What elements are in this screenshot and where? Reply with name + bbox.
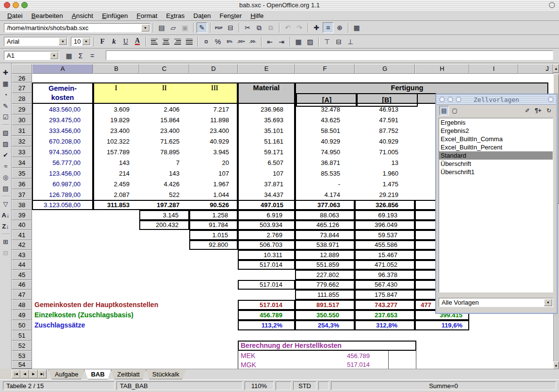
menu-einfgen[interactable]: Einfügen xyxy=(98,12,132,20)
print-icon[interactable]: ⊟ xyxy=(225,22,236,33)
row-header-35[interactable]: 35 xyxy=(12,168,32,179)
align-left-icon[interactable] xyxy=(149,36,160,47)
cell-B32[interactable]: 102.322 xyxy=(93,136,139,147)
cell-G43[interactable]: 15.467 xyxy=(355,250,415,260)
cell-G46[interactable]: 567.430 xyxy=(355,280,415,290)
cell-E48[interactable]: 517.014 xyxy=(238,300,295,310)
column-header-C[interactable]: C xyxy=(139,64,189,74)
cell-E42[interactable]: 506.703 xyxy=(238,240,295,250)
cell-F39[interactable]: 88.063 xyxy=(295,210,355,220)
bold-icon[interactable]: F xyxy=(97,36,108,47)
cell-B29[interactable]: 3.609 xyxy=(93,104,139,114)
cell-A34[interactable]: 56.777,00 xyxy=(32,157,93,168)
row-header-28[interactable]: 28 xyxy=(12,93,32,104)
cell-D29[interactable]: 7.217 xyxy=(189,104,238,114)
cell-E53[interactable]: MEK xyxy=(238,351,295,361)
cell-A49[interactable]: Einzelkosten (Zuschlagsbasis) xyxy=(32,310,238,320)
previous-sheet-icon[interactable]: ◀ xyxy=(20,370,29,378)
cell-G32[interactable]: 40.929 xyxy=(355,136,415,147)
cell-F31[interactable]: 58.501 xyxy=(295,125,355,136)
column-header-D[interactable]: D xyxy=(189,64,238,74)
cell-G49[interactable]: 237.653 xyxy=(355,310,415,320)
cell-F36[interactable]: - xyxy=(295,179,355,189)
cell-G39[interactable]: 69.193 xyxy=(355,210,415,220)
cell-G45[interactable]: 96.378 xyxy=(355,270,415,280)
cell-D41[interactable]: 1.015 xyxy=(189,230,238,240)
borders-icon[interactable]: ▦ xyxy=(293,36,304,47)
row-header-43[interactable]: 43 xyxy=(12,250,32,260)
row-header-47[interactable]: 47 xyxy=(12,290,32,300)
menu-format[interactable]: Format xyxy=(132,12,162,20)
menu-hilfe[interactable]: Hilfe xyxy=(246,12,268,20)
cell-F29[interactable]: 32.478 xyxy=(295,104,355,114)
select-all-corner[interactable] xyxy=(12,64,32,74)
cell-F49[interactable]: 350.550 xyxy=(295,310,355,320)
autoformat-icon[interactable]: ▧ xyxy=(1,128,11,138)
cell-G30[interactable]: 47.591 xyxy=(355,114,415,125)
status-zoom[interactable]: 110% xyxy=(245,381,274,390)
row-header-38[interactable]: 38 xyxy=(12,200,32,210)
stylist-icon[interactable]: ≡ xyxy=(323,22,333,33)
number-format-standard-icon[interactable]: $% xyxy=(224,36,235,47)
cell-F30[interactable]: 43.625 xyxy=(295,114,355,125)
cell-F53[interactable]: 456.789 xyxy=(295,351,375,361)
cell-D38[interactable]: 90.526 xyxy=(189,200,238,210)
row-header-44[interactable]: 44 xyxy=(12,260,32,270)
new-document-icon[interactable]: ▤ xyxy=(156,22,167,33)
align-right-icon[interactable] xyxy=(172,36,183,47)
row-header-46[interactable]: 46 xyxy=(12,280,32,290)
sheet-tab-aufgabe[interactable]: Aufgabe xyxy=(49,370,84,379)
status-selection-mode[interactable]: STD xyxy=(293,381,316,390)
cell-G40[interactable]: 396.049 xyxy=(355,220,415,230)
row-header-52[interactable]: 52 xyxy=(12,341,32,351)
insert-cells-icon[interactable]: ▦ xyxy=(1,79,11,89)
header-gemeinkosten-cell[interactable]: Gemein- kosten xyxy=(32,82,93,104)
align-bottom-icon[interactable]: ⊥ xyxy=(345,36,356,47)
cell-G42[interactable]: 455.586 xyxy=(355,240,415,250)
font-name-combo[interactable]: Arial ▼ xyxy=(4,37,68,46)
cell-A30[interactable]: 293.475,00 xyxy=(32,114,93,125)
cell-D37[interactable]: 1.044 xyxy=(189,189,238,200)
style-item-excel_builtin_comma[interactable]: Excel_BuiltIn_Comma xyxy=(439,135,553,143)
style-item-ergebnis2[interactable]: Ergebnis2 xyxy=(439,127,553,135)
sheet-tab-bab[interactable]: BAB xyxy=(84,370,111,379)
cell-E31[interactable]: 35.101 xyxy=(238,125,295,136)
row-header-49[interactable]: 49 xyxy=(12,310,32,320)
column-header-E[interactable]: E xyxy=(238,64,295,74)
name-box-dropdown-icon[interactable]: ▼ xyxy=(50,52,58,59)
cell-A32[interactable]: 670.208,00 xyxy=(32,136,93,147)
row-header-53[interactable]: 53 xyxy=(12,351,32,361)
cell-C37[interactable]: 522 xyxy=(139,189,189,200)
edit-file-icon[interactable]: ✎ xyxy=(197,22,207,33)
cell-F44[interactable]: 551.859 xyxy=(295,260,355,270)
row-header-39[interactable]: 39 xyxy=(12,210,32,220)
cell-E39[interactable]: 6.919 xyxy=(238,210,295,220)
scroll-up-icon[interactable]: ▲ xyxy=(553,64,559,73)
cell-F46[interactable]: 779.662 xyxy=(295,280,355,290)
cell-F48[interactable]: 891.517 xyxy=(295,300,355,310)
url-dropdown-icon[interactable]: ▼ xyxy=(141,24,149,32)
group-icon[interactable]: ⊞ xyxy=(1,237,11,247)
cell-E38[interactable]: 497.015 xyxy=(238,200,295,210)
cell-C38[interactable]: 197.287 xyxy=(139,200,189,210)
cell-A31[interactable]: 333.456,00 xyxy=(32,125,93,136)
sheet-tab-stückkalk[interactable]: Stückkalk xyxy=(146,370,186,379)
cell-D39[interactable]: 1.258 xyxy=(189,210,238,220)
cell-G44[interactable]: 471.052 xyxy=(355,260,415,270)
export-pdf-icon[interactable]: PDF xyxy=(214,22,224,33)
sort-ascending-icon[interactable]: A↓ xyxy=(1,211,11,220)
last-sheet-icon[interactable]: ▶| xyxy=(38,370,47,378)
cell-C39[interactable]: 3.145 xyxy=(139,210,189,220)
next-sheet-icon[interactable]: ▶ xyxy=(29,370,38,378)
cell-F43[interactable]: 12.889 xyxy=(295,250,355,260)
cell-G38[interactable]: 326.856 xyxy=(355,200,415,210)
cell-D35[interactable]: 107 xyxy=(189,168,238,179)
column-header-A[interactable]: A xyxy=(32,64,93,74)
menu-ansicht[interactable]: Ansicht xyxy=(67,12,98,20)
cell-G35[interactable]: 1.960 xyxy=(355,168,415,179)
cell-E50[interactable]: 113,2% xyxy=(238,320,295,330)
cell-F38[interactable]: 377.063 xyxy=(295,200,355,210)
name-box[interactable]: A1 ▼ xyxy=(4,51,59,60)
cell-F35[interactable]: 85.535 xyxy=(295,168,355,179)
copy-icon[interactable]: ⧉ xyxy=(254,22,264,33)
